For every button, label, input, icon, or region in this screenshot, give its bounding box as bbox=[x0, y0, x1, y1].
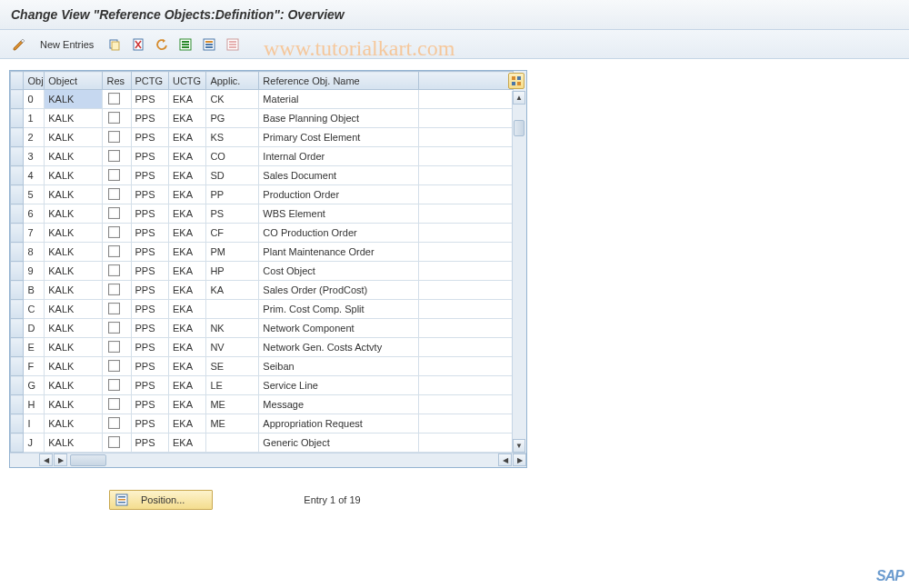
horizontal-scrollbar[interactable]: ◀ ▶ ◀ ▶ bbox=[10, 453, 526, 467]
column-header-object[interactable]: Object bbox=[45, 72, 103, 90]
row-selector[interactable] bbox=[11, 395, 24, 414]
cell-refname[interactable]: Sales Document bbox=[259, 166, 419, 185]
cell-applic[interactable]: PP bbox=[206, 185, 259, 204]
scroll-up-icon[interactable]: ▲ bbox=[513, 91, 525, 105]
cell-uctg[interactable]: EKA bbox=[168, 262, 205, 281]
row-selector[interactable] bbox=[11, 338, 24, 357]
cell-obj[interactable]: D bbox=[24, 319, 45, 338]
cell-object[interactable]: KALK bbox=[45, 262, 103, 281]
row-selector[interactable] bbox=[11, 319, 24, 338]
cell-applic[interactable]: CO bbox=[206, 147, 259, 166]
checkbox-icon[interactable] bbox=[108, 131, 120, 143]
cell-res[interactable] bbox=[103, 300, 131, 319]
cell-applic[interactable] bbox=[206, 434, 259, 453]
cell-res[interactable] bbox=[103, 357, 131, 376]
checkbox-icon[interactable] bbox=[108, 341, 120, 353]
cell-res[interactable] bbox=[103, 128, 131, 147]
cell-uctg[interactable]: EKA bbox=[168, 185, 205, 204]
cell-res[interactable] bbox=[103, 147, 131, 166]
cell-res[interactable] bbox=[103, 376, 131, 395]
row-selector[interactable] bbox=[11, 90, 24, 109]
cell-refname[interactable]: CO Production Order bbox=[259, 224, 419, 243]
row-selector[interactable] bbox=[11, 128, 24, 147]
cell-res[interactable] bbox=[103, 166, 131, 185]
cell-applic[interactable]: ME bbox=[206, 414, 259, 434]
row-selector[interactable] bbox=[11, 376, 24, 395]
cell-uctg[interactable]: EKA bbox=[168, 376, 205, 395]
checkbox-icon[interactable] bbox=[108, 264, 120, 276]
cell-obj[interactable]: F bbox=[24, 357, 45, 376]
cell-obj[interactable]: 5 bbox=[24, 185, 45, 204]
row-selector[interactable] bbox=[11, 357, 24, 376]
checkbox-icon[interactable] bbox=[108, 245, 120, 257]
cell-pctg[interactable]: PPS bbox=[131, 319, 168, 338]
cell-res[interactable] bbox=[103, 224, 131, 243]
cell-applic[interactable]: PS bbox=[206, 204, 259, 224]
row-selector[interactable] bbox=[11, 204, 24, 224]
scroll-right-end-icon[interactable]: ▶ bbox=[513, 453, 526, 466]
scroll-down-icon[interactable]: ▼ bbox=[513, 439, 525, 453]
checkbox-icon[interactable] bbox=[108, 169, 120, 181]
cell-pctg[interactable]: PPS bbox=[131, 434, 168, 453]
cell-obj[interactable]: 6 bbox=[24, 204, 45, 224]
cell-res[interactable] bbox=[103, 204, 131, 224]
row-selector[interactable] bbox=[11, 185, 24, 204]
cell-refname[interactable]: Primary Cost Element bbox=[259, 128, 419, 147]
row-selector[interactable] bbox=[11, 434, 24, 453]
cell-object[interactable]: KALK bbox=[45, 338, 103, 357]
cell-obj[interactable]: G bbox=[24, 376, 45, 395]
cell-obj[interactable]: J bbox=[24, 434, 45, 453]
cell-obj[interactable]: 2 bbox=[24, 128, 45, 147]
cell-uctg[interactable]: EKA bbox=[168, 338, 205, 357]
cell-object[interactable]: KALK bbox=[45, 434, 103, 453]
cell-pctg[interactable]: PPS bbox=[131, 338, 168, 357]
cell-refname[interactable]: Production Order bbox=[259, 185, 419, 204]
cell-obj[interactable]: I bbox=[24, 414, 45, 434]
cell-uctg[interactable]: EKA bbox=[168, 243, 205, 262]
row-selector[interactable] bbox=[11, 243, 24, 262]
cell-object[interactable]: KALK bbox=[45, 166, 103, 185]
cell-refname[interactable]: Cost Object bbox=[259, 262, 419, 281]
cell-refname[interactable]: Prim. Cost Comp. Split bbox=[259, 300, 419, 319]
cell-res[interactable] bbox=[103, 414, 131, 434]
row-selector[interactable] bbox=[11, 166, 24, 185]
row-selector[interactable] bbox=[11, 262, 24, 281]
cell-uctg[interactable]: EKA bbox=[168, 128, 205, 147]
cell-pctg[interactable]: PPS bbox=[131, 90, 168, 109]
cell-object[interactable]: KALK bbox=[45, 243, 103, 262]
cell-refname[interactable]: Internal Order bbox=[259, 147, 419, 166]
cell-uctg[interactable]: EKA bbox=[168, 300, 205, 319]
row-selector[interactable] bbox=[11, 300, 24, 319]
copy-as-icon[interactable] bbox=[105, 35, 125, 55]
cell-obj[interactable]: H bbox=[24, 395, 45, 414]
checkbox-icon[interactable] bbox=[108, 303, 120, 314]
cell-applic[interactable]: PG bbox=[206, 109, 259, 128]
cell-applic[interactable] bbox=[206, 300, 259, 319]
cell-obj[interactable]: 9 bbox=[24, 262, 45, 281]
cell-applic[interactable]: ME bbox=[206, 395, 259, 414]
cell-refname[interactable]: Network Component bbox=[259, 319, 419, 338]
cell-refname[interactable]: Service Line bbox=[259, 376, 419, 395]
cell-res[interactable] bbox=[103, 109, 131, 128]
position-button[interactable]: Position... bbox=[109, 490, 213, 510]
select-block-icon[interactable] bbox=[199, 35, 219, 55]
cell-res[interactable] bbox=[103, 338, 131, 357]
checkbox-icon[interactable] bbox=[108, 322, 120, 334]
cell-uctg[interactable]: EKA bbox=[168, 281, 205, 300]
cell-res[interactable] bbox=[103, 185, 131, 204]
column-header-refname[interactable]: Reference Obj. Name bbox=[259, 72, 419, 90]
cell-pctg[interactable]: PPS bbox=[131, 204, 168, 224]
cell-uctg[interactable]: EKA bbox=[168, 147, 205, 166]
cell-applic[interactable]: SD bbox=[206, 166, 259, 185]
cell-obj[interactable]: 7 bbox=[24, 224, 45, 243]
cell-uctg[interactable]: EKA bbox=[168, 204, 205, 224]
cell-refname[interactable]: Base Planning Object bbox=[259, 109, 419, 128]
cell-object[interactable]: KALK bbox=[45, 281, 103, 300]
cell-obj[interactable]: 4 bbox=[24, 166, 45, 185]
cell-object[interactable]: KALK bbox=[45, 414, 103, 434]
checkbox-icon[interactable] bbox=[108, 207, 120, 219]
cell-res[interactable] bbox=[103, 281, 131, 300]
checkbox-icon[interactable] bbox=[108, 150, 120, 162]
cell-res[interactable] bbox=[103, 262, 131, 281]
cell-res[interactable] bbox=[103, 243, 131, 262]
